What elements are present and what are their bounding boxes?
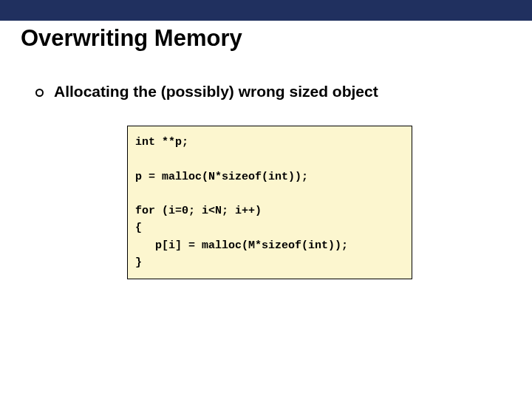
code-block: int **p; p = malloc(N*sizeof(int)); for … bbox=[127, 126, 412, 279]
circle-bullet-icon bbox=[35, 89, 44, 97]
bullet-text: Allocating the (possibly) wrong sized ob… bbox=[54, 83, 378, 100]
bullet-item: Allocating the (possibly) wrong sized ob… bbox=[35, 83, 378, 100]
header-band bbox=[0, 0, 532, 21]
slide-title: Overwriting Memory bbox=[21, 25, 242, 52]
